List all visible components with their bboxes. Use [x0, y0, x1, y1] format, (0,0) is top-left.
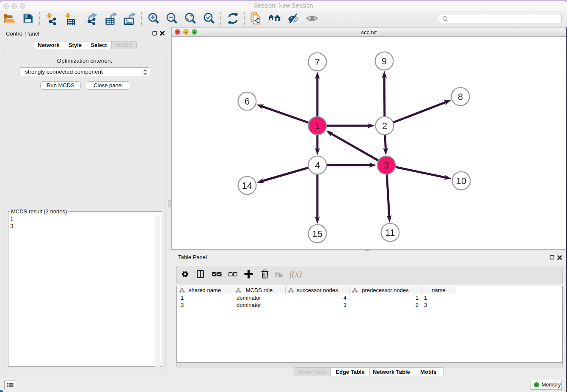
svg-text:11: 11	[385, 227, 395, 238]
svg-text:4: 4	[315, 160, 320, 171]
svg-text:10: 10	[456, 176, 466, 186]
svg-text:7: 7	[315, 57, 320, 67]
svg-text:15: 15	[312, 229, 322, 239]
svg-text:14: 14	[242, 180, 252, 191]
svg-text:2: 2	[382, 121, 387, 131]
svg-text:3: 3	[384, 160, 389, 171]
svg-text:1: 1	[315, 121, 320, 131]
svg-text:8: 8	[458, 91, 463, 102]
svg-text:6: 6	[245, 96, 250, 107]
svg-text:9: 9	[382, 56, 387, 66]
